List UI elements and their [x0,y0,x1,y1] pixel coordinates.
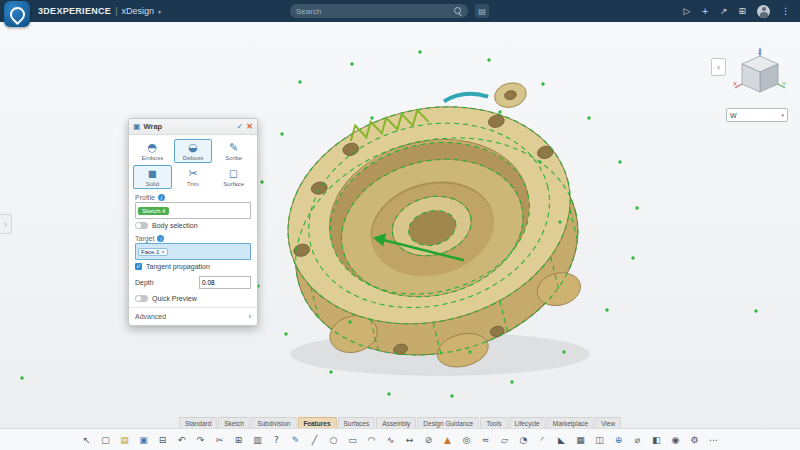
save-icon[interactable]: ▣ [136,433,151,448]
tab-surfaces[interactable]: Surfaces [338,417,376,428]
quick-preview-label: Quick Preview [152,295,197,302]
chevron-left-icon[interactable]: ‹ [711,58,726,76]
copy-icon[interactable]: ⊞ [231,433,246,448]
tab-assembly[interactable]: Assembly [376,417,416,428]
settings-icon[interactable]: ⚙ [687,433,702,448]
tab-sketch[interactable]: Sketch [218,417,250,428]
wrap-dialog: ▣ Wrap ✓ ✕ ◓Emboss◒Deboss✎Scribe◼Solid✂T… [128,118,258,326]
quick-preview-row: Quick Preview [129,292,257,305]
highlighted-face-strip[interactable] [443,88,488,107]
trim-tool-icon[interactable]: ⊘ [421,433,436,448]
mode-solid[interactable]: ◼Solid [133,165,172,189]
section-tool-icon[interactable]: ◧ [649,433,664,448]
pattern-tool-icon[interactable]: ▦ [573,433,588,448]
arc-tool-icon[interactable]: ◠ [364,433,379,448]
tab-marketplace[interactable]: Marketplace [547,417,594,428]
extrude-tool-icon[interactable]: ▲ [440,433,455,448]
wrap-dialog-header[interactable]: ▣ Wrap ✓ ✕ [129,119,257,135]
chevron-right-icon: › [249,313,251,320]
mirror-tool-icon[interactable]: ◫ [592,433,607,448]
mode-deboss[interactable]: ◒Deboss [174,139,213,163]
open-folder-icon[interactable]: ▤ [117,433,132,448]
view-style-icon[interactable]: ◉ [668,433,683,448]
spline-tool-icon[interactable]: ∿ [383,433,398,448]
remove-selection-icon[interactable]: × [161,249,165,255]
app-name[interactable]: xDesign [121,6,154,16]
help-icon[interactable]: ? [269,433,284,448]
close-button[interactable]: ✕ [246,122,253,131]
tab-features[interactable]: Features [297,417,336,428]
share-icon[interactable]: ↗ [720,6,728,16]
sweep-tool-icon[interactable]: ≈ [478,433,493,448]
target-label: Target [135,235,154,242]
search-bar[interactable] [290,4,468,18]
tab-lifecycle[interactable]: Lifecycle [508,417,545,428]
body-selection-row: Body selection [129,219,257,232]
more-tools-icon[interactable]: ⋯ [706,433,721,448]
body-selection-toggle[interactable] [135,222,148,229]
cut-icon[interactable]: ✂ [212,433,227,448]
circle-tool-icon[interactable]: ○ [326,433,341,448]
view-orientation-select[interactable]: W ▾ [726,108,788,122]
shell-tool-icon[interactable]: ◔ [516,433,531,448]
advanced-section-toggle[interactable]: Advanced › [129,307,257,325]
ok-button[interactable]: ✓ [237,122,244,131]
quick-preview-toggle[interactable] [135,295,148,302]
undo-icon[interactable]: ↶ [174,433,189,448]
apps-grid-icon[interactable]: ⊞ [738,6,746,16]
view-cube[interactable]: Z Y X [732,46,788,104]
mode-surface[interactable]: ◻Surface [214,165,253,189]
chamfer-tool-icon[interactable]: ◣ [554,433,569,448]
left-panel-toggle[interactable]: › [0,214,12,234]
profile-selection-chip[interactable]: Sketch.4 [138,207,169,215]
rectangle-tool-icon[interactable]: ▭ [345,433,360,448]
fillet-tool-icon[interactable]: ◜ [535,433,550,448]
profile-field[interactable]: Sketch.4 [135,202,251,219]
avatar[interactable] [757,5,770,18]
tab-design-guidance[interactable]: Design Guidance [417,417,479,428]
cursor-tool-icon[interactable]: ↖ [79,433,94,448]
3ds-compass-logo-icon[interactable] [4,1,30,27]
depth-row: Depth [129,273,257,292]
revolve-tool-icon[interactable]: ◎ [459,433,474,448]
axis-y-label: Y [782,81,786,87]
depth-input[interactable] [199,276,251,289]
loft-tool-icon[interactable]: ▱ [497,433,512,448]
print-icon[interactable]: ⊟ [155,433,170,448]
more-menu-icon[interactable]: ⋮ [781,6,790,16]
redo-icon[interactable]: ↷ [193,433,208,448]
tab-view[interactable]: View [595,417,621,428]
target-field[interactable]: Face.1 × [135,243,251,260]
play-icon[interactable]: ▷ [683,6,690,16]
mode-scribe[interactable]: ✎Scribe [214,139,253,163]
advanced-label: Advanced [135,313,166,320]
model-scene[interactable] [0,22,800,428]
search-filter-icon[interactable]: ▤ [475,4,489,18]
target-selection-chip[interactable]: Face.1 × [138,248,168,256]
bottom-toolbar: ↖▢▤▣⊟↶↷✂⊞▥?✎╱○▭◠∿↔⊘▲◎≈▱◔◜◣▦◫⊕⌀◧◉⚙⋯ [0,428,800,450]
profile-label-row: Profile i [129,191,257,202]
search-icon[interactable] [454,7,463,16]
new-doc-icon[interactable]: ▢ [98,433,113,448]
wrap-mode-grid: ◓Emboss◒Deboss✎Scribe◼Solid✂Trim◻Surface [129,135,257,191]
boolean-tool-icon[interactable]: ⊕ [611,433,626,448]
info-icon[interactable]: i [157,235,164,242]
dimension-tool-icon[interactable]: ↔ [402,433,417,448]
line-tool-icon[interactable]: ╱ [307,433,322,448]
search-input[interactable] [290,7,454,16]
sketch-tool-icon[interactable]: ✎ [288,433,303,448]
mode-emboss[interactable]: ◓Emboss [133,139,172,163]
measure-tool-icon[interactable]: ⌀ [630,433,645,448]
chevron-down-icon[interactable]: ▾ [158,8,161,15]
tab-standard[interactable]: Standard [179,417,217,428]
viewport-3d[interactable]: › ‹ Z Y X W ▾ ▣ Wrap ✓ ✕ ◓Emboss◒D [0,22,800,428]
tab-subdivision[interactable]: Subdivision [251,417,296,428]
paste-icon[interactable]: ▥ [250,433,265,448]
depth-label: Depth [135,279,154,286]
tab-tools[interactable]: Tools [480,417,507,428]
tangent-propagation-checkbox[interactable]: ✓ [135,263,142,270]
mode-trim[interactable]: ✂Trim [174,165,213,189]
ribbon-tabs: StandardSketchSubdivisionFeaturesSurface… [179,417,621,428]
info-icon[interactable]: i [158,194,165,201]
add-icon[interactable]: + [701,6,709,16]
